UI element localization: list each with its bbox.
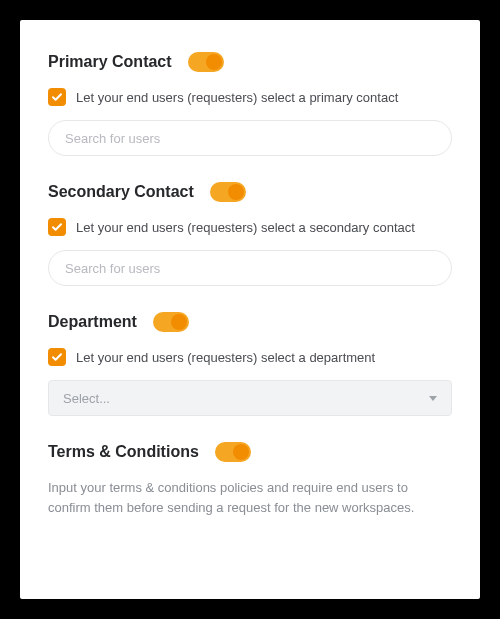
secondary-contact-toggle[interactable] bbox=[210, 182, 246, 202]
department-title: Department bbox=[48, 313, 137, 331]
checkmark-icon bbox=[51, 221, 63, 233]
secondary-contact-search-input[interactable] bbox=[48, 250, 452, 286]
primary-contact-title: Primary Contact bbox=[48, 53, 172, 71]
department-toggle[interactable] bbox=[153, 312, 189, 332]
checkmark-icon bbox=[51, 91, 63, 103]
terms-description: Input your terms & conditions policies a… bbox=[48, 478, 452, 518]
secondary-contact-section: Secondary Contact Let your end users (re… bbox=[48, 182, 452, 286]
department-checkbox[interactable] bbox=[48, 348, 66, 366]
toggle-knob-icon bbox=[228, 184, 244, 200]
primary-contact-check-label: Let your end users (requesters) select a… bbox=[76, 90, 398, 105]
terms-toggle[interactable] bbox=[215, 442, 251, 462]
secondary-contact-title: Secondary Contact bbox=[48, 183, 194, 201]
department-select-placeholder: Select... bbox=[63, 391, 110, 406]
checkmark-icon bbox=[51, 351, 63, 363]
department-header: Department bbox=[48, 312, 452, 332]
chevron-down-icon bbox=[429, 396, 437, 401]
department-check-row: Let your end users (requesters) select a… bbox=[48, 348, 452, 366]
primary-contact-checkbox[interactable] bbox=[48, 88, 66, 106]
department-check-label: Let your end users (requesters) select a… bbox=[76, 350, 375, 365]
terms-section: Terms & Conditions Input your terms & co… bbox=[48, 442, 452, 518]
primary-contact-search-input[interactable] bbox=[48, 120, 452, 156]
terms-title: Terms & Conditions bbox=[48, 443, 199, 461]
primary-contact-check-row: Let your end users (requesters) select a… bbox=[48, 88, 452, 106]
settings-panel: Primary Contact Let your end users (requ… bbox=[20, 20, 480, 599]
primary-contact-section: Primary Contact Let your end users (requ… bbox=[48, 52, 452, 156]
terms-header: Terms & Conditions bbox=[48, 442, 452, 462]
primary-contact-header: Primary Contact bbox=[48, 52, 452, 72]
department-section: Department Let your end users (requester… bbox=[48, 312, 452, 416]
toggle-knob-icon bbox=[171, 314, 187, 330]
secondary-contact-checkbox[interactable] bbox=[48, 218, 66, 236]
primary-contact-toggle[interactable] bbox=[188, 52, 224, 72]
secondary-contact-header: Secondary Contact bbox=[48, 182, 452, 202]
secondary-contact-check-row: Let your end users (requesters) select a… bbox=[48, 218, 452, 236]
toggle-knob-icon bbox=[206, 54, 222, 70]
secondary-contact-check-label: Let your end users (requesters) select a… bbox=[76, 220, 415, 235]
department-select[interactable]: Select... bbox=[48, 380, 452, 416]
toggle-knob-icon bbox=[233, 444, 249, 460]
